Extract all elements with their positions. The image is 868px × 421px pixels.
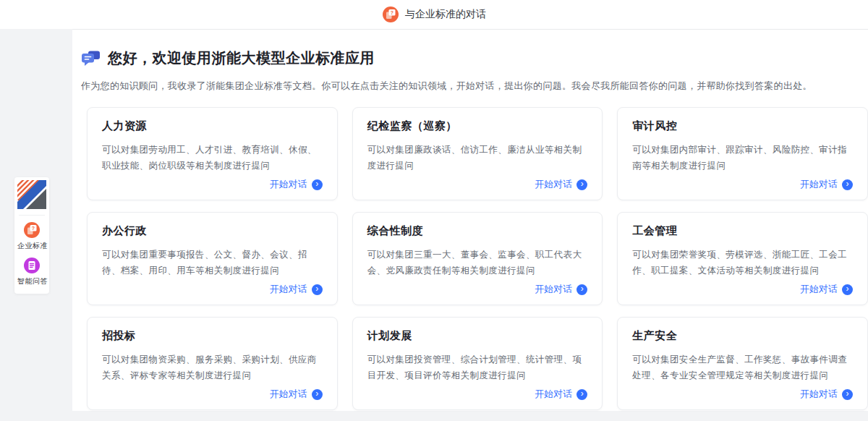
chevron-right-icon: › [842,179,853,190]
topic-cards-grid: 人力资源 可以对集团劳动用工、人才引进、教育培训、休假、职业技能、岗位职级等相关… [87,107,868,410]
start-chat-label: 开始对话 [800,388,838,401]
card-title: 人力资源 [102,119,323,133]
card-description: 可以对集团安全生产监督、工作奖惩、事故事件调查处理、各专业安全管理规定等相关制度… [632,352,853,383]
start-chat-link[interactable]: 开始对话 › [632,388,853,401]
topic-card-office-admin[interactable]: 办公行政 可以对集团重要事项报告、公文、督办、会议、招待、档案、用印、用车等相关… [87,212,338,305]
start-chat-link[interactable]: 开始对话 › [632,178,853,191]
left-sidebar: ? 企业标准 智能问答 [14,177,49,294]
chat-question-icon: ? [382,6,399,23]
start-chat-label: 开始对话 [800,178,838,191]
topic-card-hr[interactable]: 人力资源 可以对集团劳动用工、人才引进、教育培训、休假、职业技能、岗位职级等相关… [87,107,338,200]
chevron-right-icon: › [576,389,587,400]
start-chat-link[interactable]: 开始对话 › [102,178,323,191]
welcome-title: 您好，欢迎使用浙能大模型企业标准应用 [108,48,375,68]
card-title: 计划发展 [367,329,588,343]
chevron-right-icon: › [312,179,323,190]
qa-document-icon [23,257,41,274]
top-header: ? 与企业标准的对话 [0,0,868,29]
start-chat-link[interactable]: 开始对话 › [102,283,323,296]
start-chat-link[interactable]: 开始对话 › [367,178,588,191]
card-description: 可以对集团劳动用工、人才引进、教育培训、休假、职业技能、岗位职级等相关制度进行提… [102,142,323,174]
start-chat-label: 开始对话 [535,178,572,191]
chevron-right-icon: › [842,284,853,295]
topic-card-labor-union[interactable]: 工会管理 可以对集团荣誉奖项、劳模评选、浙能工匠、工会工作、职工提案、文体活动等… [617,212,868,305]
topic-card-bidding[interactable]: 招投标 可以对集团物资采购、服务采购、采购计划、供应商关系、评标专家等相关制度进… [87,317,338,410]
card-title: 生产安全 [632,329,853,343]
sidebar-divider [19,215,45,216]
card-description: 可以对集团物资采购、服务采购、采购计划、供应商关系、评标专家等相关制度进行提问 [102,352,323,383]
card-description: 可以对集团荣誉奖项、劳模评选、浙能工匠、工会工作、职工提案、文体活动等相关制度进… [632,247,853,278]
topic-card-production-safety[interactable]: 生产安全 可以对集团安全生产监督、工作奖惩、事故事件调查处理、各专业安全管理规定… [617,317,868,410]
start-chat-label: 开始对话 [270,178,307,191]
chevron-right-icon: › [576,284,587,295]
chat-bubbles-icon [81,50,101,67]
welcome-banner: 您好，欢迎使用浙能大模型企业标准应用 [81,48,868,68]
card-title: 综合性制度 [367,224,588,238]
start-chat-label: 开始对话 [535,283,572,296]
sidebar-item-smart-qa[interactable]: 智能问答 [17,257,46,286]
chevron-right-icon: › [576,179,587,190]
welcome-subtitle: 作为您的知识顾问，我收录了浙能集团企业标准等文档。你可以在点击关注的知识领域，开… [81,80,868,93]
card-title: 招投标 [102,329,323,343]
card-description: 可以对集团三重一大、董事会、监事会、职工代表大会、党风廉政责任制等相关制度进行提… [367,247,588,278]
svg-text:?: ? [32,226,35,231]
page-title: ? 与企业标准的对话 [382,6,486,23]
chevron-right-icon: › [842,389,853,400]
chevron-right-icon: › [312,284,323,295]
start-chat-link[interactable]: 开始对话 › [367,388,588,401]
sidebar-item-label: 企业标准 [17,241,46,251]
main-panel: 您好，欢迎使用浙能大模型企业标准应用 作为您的知识顾问，我收录了浙能集团企业标准… [72,29,868,411]
chat-question-icon: ? [23,221,41,239]
sidebar-item-label: 智能问答 [17,276,46,286]
topic-card-discipline-inspection[interactable]: 纪检监察（巡察） 可以对集团廉政谈话、信访工作、廉洁从业等相关制度进行提问 开始… [352,107,603,200]
card-description: 可以对集团投资管理、综合计划管理、统计管理、项目开发、项目评价等相关制度进行提问 [367,352,588,383]
start-chat-label: 开始对话 [270,388,307,401]
card-description: 可以对集团廉政谈话、信访工作、廉洁从业等相关制度进行提问 [367,142,588,174]
card-description: 可以对集团内部审计、跟踪审计、风险防控、审计指南等相关制度进行提问 [632,142,853,174]
card-title: 办公行政 [102,224,323,238]
start-chat-link[interactable]: 开始对话 › [367,283,588,296]
topic-card-comprehensive-system[interactable]: 综合性制度 可以对集团三重一大、董事会、监事会、职工代表大会、党风廉政责任制等相… [352,212,603,305]
sidebar-item-enterprise-standard[interactable]: ? 企业标准 [17,221,46,251]
start-chat-link[interactable]: 开始对话 › [632,283,853,296]
card-title: 纪检监察（巡察） [367,119,588,133]
topic-card-audit-risk[interactable]: 审计风控 可以对集团内部审计、跟踪审计、风险防控、审计指南等相关制度进行提问 开… [617,107,868,200]
start-chat-link[interactable]: 开始对话 › [102,388,323,401]
svg-text:?: ? [391,10,393,15]
card-description: 可以对集团重要事项报告、公文、督办、会议、招待、档案、用印、用车等相关制度进行提… [102,247,323,278]
topic-card-planning-development[interactable]: 计划发展 可以对集团投资管理、综合计划管理、统计管理、项目开发、项目评价等相关制… [352,317,603,410]
card-title: 工会管理 [632,224,853,238]
page-title-text: 与企业标准的对话 [405,8,486,21]
chevron-right-icon: › [312,389,323,400]
start-chat-label: 开始对话 [535,388,572,401]
start-chat-label: 开始对话 [800,283,838,296]
company-logo [17,180,46,209]
card-title: 审计风控 [632,119,853,133]
start-chat-label: 开始对话 [270,283,307,296]
